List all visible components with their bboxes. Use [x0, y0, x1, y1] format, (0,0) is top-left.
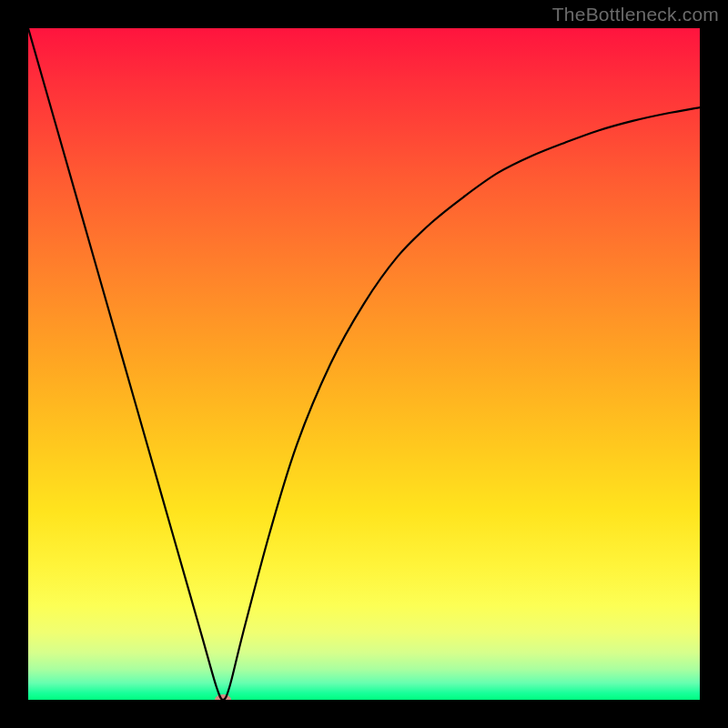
curve-layer [28, 28, 700, 700]
bottleneck-curve [28, 28, 700, 700]
watermark-text: TheBottleneck.com [552, 4, 719, 25]
plot-area [28, 28, 700, 700]
chart-frame: TheBottleneck.com [0, 0, 728, 728]
